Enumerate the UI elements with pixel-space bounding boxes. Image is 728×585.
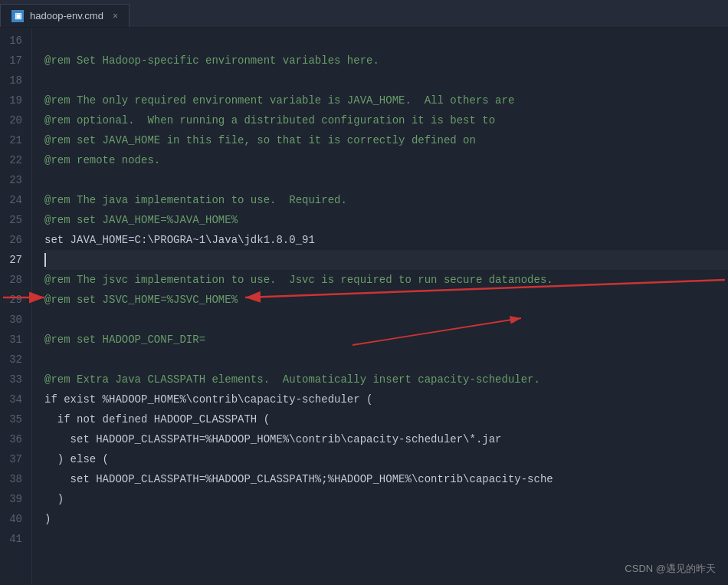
code-line: if not defined HADOOP_CLASSPATH ( — [44, 409, 728, 429]
comment-text: @rem optional. When running a distribute… — [44, 114, 495, 127]
tab-close-button[interactable]: × — [113, 11, 118, 21]
line-number: 17 — [6, 51, 22, 71]
code-line: @rem The only required environment varia… — [44, 90, 728, 110]
code-line: set HADOOP_CLASSPATH=%HADOOP_HOME%\contr… — [44, 429, 728, 449]
line-number: 19 — [6, 90, 22, 110]
code-line: @rem set JSVC_HOME=%JSVC_HOME% — [44, 290, 728, 310]
code-line — [44, 350, 728, 370]
code-line: set JAVA_HOME=C:\PROGRA~1\Java\jdk1.8.0_… — [44, 230, 728, 250]
watermark: CSDN @遇见的昨天 — [625, 562, 716, 576]
file-tab[interactable]: ▣ hadoop-env.cmd × — [0, 4, 130, 27]
code-line: ) — [44, 509, 728, 529]
code-line: @rem Set Hadoop-specific environment var… — [44, 51, 728, 71]
comment-text: @rem The java implementation to use. Req… — [44, 194, 347, 206]
code-line: @rem optional. When running a distribute… — [44, 110, 728, 130]
comment-text: @rem set JSVC_HOME=%JSVC_HOME% — [44, 294, 238, 306]
comment-text: @rem Set Hadoop-specific environment var… — [44, 54, 379, 67]
file-icon: ▣ — [11, 10, 24, 22]
comment-text: @rem set JAVA_HOME=%JAVA_HOME% — [44, 214, 238, 226]
comment-text: @rem set HADOOP_CONF_DIR= — [44, 334, 205, 346]
text-cursor — [44, 253, 46, 267]
line-number: 39 — [6, 489, 22, 509]
tab-bar: ▣ hadoop-env.cmd × — [0, 0, 728, 28]
line-number: 32 — [6, 350, 22, 370]
line-number: 25 — [6, 210, 22, 230]
line-number: 34 — [6, 389, 22, 409]
code-line — [44, 529, 728, 549]
code-line — [44, 310, 728, 330]
line-number: 22 — [6, 150, 22, 170]
line-number: 36 — [6, 429, 22, 449]
code-line: @rem The jsvc implementation to use. Jsv… — [44, 270, 728, 290]
code-area[interactable]: @rem Set Hadoop-specific environment var… — [32, 28, 728, 585]
line-number: 16 — [6, 31, 22, 51]
code-line: @rem set JAVA_HOME in this file, so that… — [44, 130, 728, 150]
line-number: 26 — [6, 230, 22, 250]
comment-text: @rem remote nodes. — [44, 154, 160, 166]
code-line — [44, 250, 728, 270]
code-line: set HADOOP_CLASSPATH=%HADOOP_CLASSPATH%;… — [44, 469, 728, 489]
line-number: 18 — [6, 71, 22, 90]
line-numbers: 1617181920212223242526272829303132333435… — [0, 28, 32, 585]
code-line: @rem The java implementation to use. Req… — [44, 190, 728, 210]
line-number: 24 — [6, 190, 22, 210]
line-number: 28 — [6, 270, 22, 290]
code-line — [44, 71, 728, 90]
comment-text: @rem The jsvc implementation to use. Jsv… — [44, 274, 553, 286]
line-number: 35 — [6, 409, 22, 429]
line-number: 33 — [6, 370, 22, 389]
code-line: @rem set HADOOP_CONF_DIR= — [44, 330, 728, 350]
code-line: @rem Extra Java CLASSPATH elements. Auto… — [44, 370, 728, 389]
code-line: @rem remote nodes. — [44, 150, 728, 170]
code-line — [44, 170, 728, 190]
code-line: @rem set JAVA_HOME=%JAVA_HOME% — [44, 210, 728, 230]
tab-filename: hadoop-env.cmd — [30, 10, 103, 21]
line-number: 30 — [6, 310, 22, 330]
line-number: 23 — [6, 170, 22, 190]
line-number: 29 — [6, 290, 22, 310]
line-number: 37 — [6, 449, 22, 469]
line-number: 20 — [6, 110, 22, 130]
editor-container: 1617181920212223242526272829303132333435… — [0, 28, 728, 585]
code-line: ) — [44, 489, 728, 509]
comment-text: @rem Extra Java CLASSPATH elements. Auto… — [44, 373, 540, 386]
line-number: 41 — [6, 529, 22, 549]
comment-text: @rem The only required environment varia… — [44, 94, 514, 107]
line-number: 38 — [6, 469, 22, 489]
line-number: 27 — [6, 250, 22, 270]
line-number: 21 — [6, 130, 22, 150]
comment-text: @rem set JAVA_HOME in this file, so that… — [44, 134, 476, 146]
line-number: 40 — [6, 509, 22, 529]
code-line — [44, 31, 728, 51]
code-line: if exist %HADOOP_HOME%\contrib\capacity-… — [44, 389, 728, 409]
line-number: 31 — [6, 330, 22, 350]
code-line: ) else ( — [44, 449, 728, 469]
